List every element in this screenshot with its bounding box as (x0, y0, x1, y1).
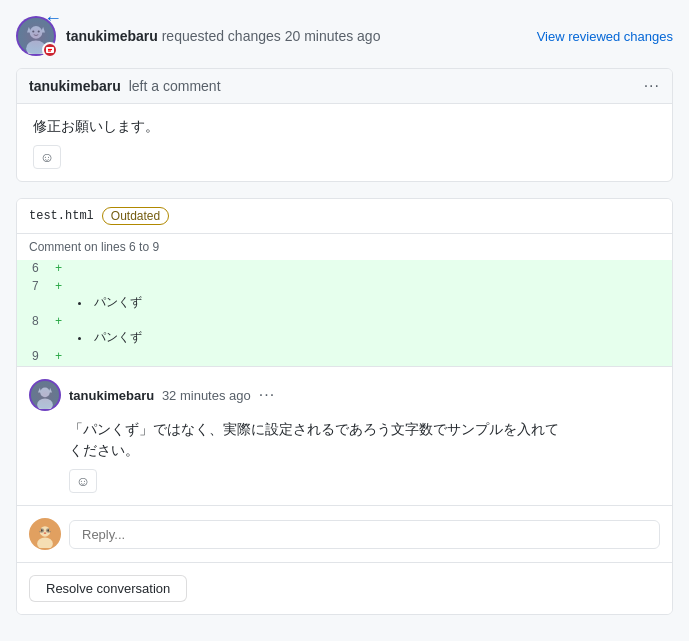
comment-menu-button[interactable]: ··· (644, 77, 660, 95)
diff-row: 8 + パンくず (17, 313, 672, 348)
inline-comment-header: tanukimebaru 32 minutes ago ··· (29, 379, 660, 411)
code-review-block: test.html Outdated Comment on lines 6 to… (16, 198, 673, 615)
diff-line-number: 6 (17, 260, 47, 278)
avatar-wrap: ← (16, 16, 56, 56)
diff-row: 9 + (17, 348, 672, 366)
inline-comment-line2: ください。 (69, 442, 139, 458)
inline-comment: tanukimebaru 32 minutes ago ··· 「パンくず」では… (17, 366, 672, 505)
header-time: 20 minutes ago (285, 28, 381, 44)
inline-username: tanukimebaru (69, 388, 154, 403)
comment-action: left a comment (129, 78, 221, 94)
changes-header: ← tanukimebaru requested changes 20 minu… (16, 16, 673, 56)
view-reviewed-changes-link[interactable]: View reviewed changes (537, 29, 673, 44)
inline-avatar (29, 379, 61, 411)
diff-row: 7 + パンくず (17, 278, 672, 313)
resolve-conversation-button[interactable]: Resolve conversation (29, 575, 187, 602)
svg-point-26 (44, 532, 47, 534)
inline-comment-body: 「パンくず」ではなく、実際に設定されるであろう文字数でサンプルを入れて ください… (69, 419, 660, 461)
comment-card-header: tanukimebaru left a comment ··· (17, 69, 672, 104)
comment-body: 修正お願いします。 ☺ (17, 104, 672, 181)
diff-plus-sign: + (47, 313, 70, 348)
diff-plus-sign: + (47, 278, 70, 313)
diff-table: 6 + 7 + パンくず 8 + パンくず 9 + (17, 260, 672, 366)
inline-emoji-button[interactable]: ☺ (69, 469, 97, 493)
comment-on-lines: Comment on lines 6 to 9 (17, 234, 672, 260)
resolve-area: Resolve conversation (17, 562, 672, 614)
inline-time: 32 minutes ago (162, 388, 251, 403)
reply-input[interactable] (69, 520, 660, 549)
review-changes-icon (42, 42, 58, 58)
header-username: tanukimebaru (66, 28, 158, 44)
changes-meta: tanukimebaru requested changes 20 minute… (66, 28, 537, 44)
filename: test.html (29, 209, 94, 223)
diff-plus-sign: + (47, 260, 70, 278)
diff-line-number: 8 (17, 313, 47, 348)
emoji-reaction-button[interactable]: ☺ (33, 145, 61, 169)
diff-line-number: 7 (17, 278, 47, 313)
top-comment-card: tanukimebaru left a comment ··· 修正お願いします… (16, 68, 673, 182)
header-action: requested changes (162, 28, 281, 44)
comment-text: 修正お願いします。 (33, 116, 656, 137)
diff-code-content (70, 348, 672, 366)
inline-comment-menu-button[interactable]: ··· (259, 386, 275, 404)
diff-row: 6 + (17, 260, 672, 278)
reply-area (17, 505, 672, 562)
diff-line-number: 9 (17, 348, 47, 366)
code-review-header: test.html Outdated (17, 199, 672, 234)
diff-plus-sign: + (47, 348, 70, 366)
diff-code-content (70, 260, 672, 278)
inline-comment-line1: 「パンくず」ではなく、実際に設定されるであろう文字数でサンプルを入れて (69, 421, 559, 437)
diff-code-content: パンくず (70, 313, 672, 348)
reply-avatar (29, 518, 61, 550)
svg-point-16 (31, 381, 59, 409)
arrow-indicator: ← (44, 8, 62, 29)
diff-code-content: パンくず (70, 278, 672, 313)
comment-header-meta: tanukimebaru left a comment (29, 78, 221, 94)
outdated-badge: Outdated (102, 207, 169, 225)
comment-username: tanukimebaru (29, 78, 121, 94)
inline-comment-meta: tanukimebaru 32 minutes ago (69, 388, 251, 403)
